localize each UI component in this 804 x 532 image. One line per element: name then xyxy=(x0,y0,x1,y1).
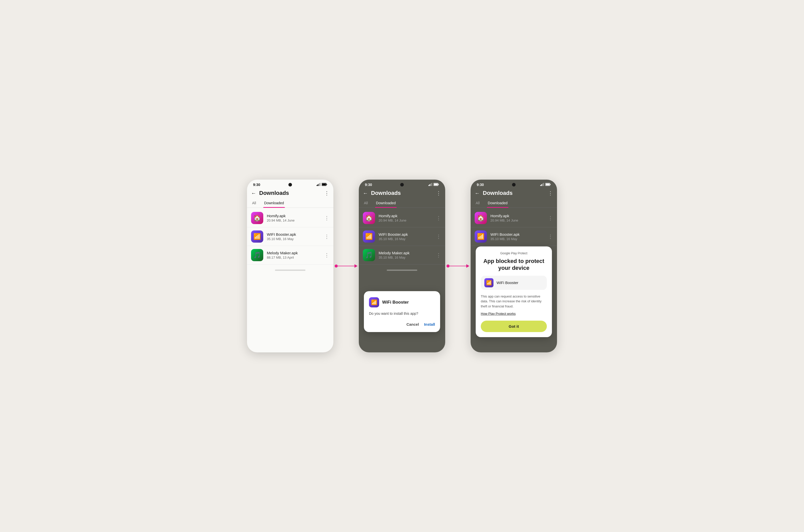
more-button-1[interactable]: ⋮ xyxy=(324,190,329,196)
protect-title: App blocked to protect your device xyxy=(481,258,547,271)
item-info-homify-3: Homify.apk 20.94 MB, 14 June xyxy=(490,214,544,222)
back-button-1[interactable]: ← xyxy=(251,190,256,196)
protect-app-icon: 📶 xyxy=(484,278,493,287)
item-info-homify-2: Homify.apk 20.94 MB, 14 June xyxy=(379,214,432,222)
tabs-2: All Downloaded xyxy=(359,198,445,208)
app-icon-melody-2: 🎵 xyxy=(363,249,375,261)
cancel-button[interactable]: Cancel xyxy=(406,321,419,328)
item-info-wifi-1: WIFI Booster.apk 35.10 MB, 16 May xyxy=(267,232,321,241)
item-name: Homify.apk xyxy=(267,214,321,218)
svg-rect-9 xyxy=(430,184,431,186)
app-icon-wifi-1: 📶 xyxy=(251,230,263,243)
back-button-3[interactable]: ← xyxy=(475,190,480,196)
tab-downloaded-3[interactable]: Downloaded xyxy=(487,198,509,208)
signal-icon xyxy=(428,183,432,187)
item-more-icon[interactable]: ⋮ xyxy=(548,233,553,240)
item-info-homify-1: Homify.apk 20.94 MB, 14 June xyxy=(267,214,321,222)
item-name: WIFI Booster.apk xyxy=(379,232,432,236)
arrow-head-2 xyxy=(466,264,469,268)
home-indicator-1 xyxy=(275,269,305,271)
item-more-icon[interactable]: ⋮ xyxy=(436,252,441,258)
tabs-3: All Downloaded xyxy=(471,198,557,208)
tabs-1: All Downloaded xyxy=(247,198,333,208)
status-bar-3: 9:30 xyxy=(471,179,557,188)
back-button-2[interactable]: ← xyxy=(363,190,368,196)
page-title-1: Downloads xyxy=(259,190,321,196)
status-bar-1: 9:30 xyxy=(247,179,333,188)
got-it-button[interactable]: Got it xyxy=(481,321,547,332)
more-button-3[interactable]: ⋮ xyxy=(548,190,553,196)
dialog-question: Do you want to install this app? xyxy=(369,311,435,316)
app-icon-wifi-2: 📶 xyxy=(363,230,375,243)
svg-rect-13 xyxy=(438,184,439,185)
signal-icon xyxy=(317,183,321,187)
item-info-wifi-2: WIFI Booster.apk 35.10 MB, 16 May xyxy=(379,232,432,241)
time-1: 9:30 xyxy=(253,183,260,187)
home-indicator-2 xyxy=(387,269,417,271)
svg-rect-0 xyxy=(317,185,317,186)
item-more-icon[interactable]: ⋮ xyxy=(548,215,553,221)
tab-all-2[interactable]: All xyxy=(363,198,369,208)
svg-rect-7 xyxy=(428,185,429,186)
list-item: 🏠 Homify.apk 20.94 MB, 14 June ⋮ xyxy=(471,209,557,227)
how-protect-works-link[interactable]: How Play Protect works xyxy=(481,312,547,316)
protect-app-name: WiFi Booster xyxy=(497,281,518,285)
time-3: 9:30 xyxy=(477,183,484,187)
home-indicator-3 xyxy=(499,251,529,252)
tab-all-3[interactable]: All xyxy=(475,198,481,208)
dialog-app-name: WiFi Booster xyxy=(382,300,409,305)
camera-dot-2 xyxy=(400,183,404,187)
battery-icon xyxy=(322,183,327,187)
arrow-line-1 xyxy=(335,264,357,268)
phone-1: 9:30 xyxy=(247,179,333,353)
arrow-dot-2 xyxy=(447,265,450,267)
battery-icon xyxy=(545,183,551,187)
svg-rect-20 xyxy=(550,184,551,185)
item-more-icon[interactable]: ⋮ xyxy=(324,215,329,221)
dialog-app-row: 📶 WiFi Booster xyxy=(369,297,435,307)
protect-app-chip: 📶 WiFi Booster xyxy=(481,276,547,290)
item-more-icon[interactable]: ⋮ xyxy=(436,215,441,221)
svg-rect-3 xyxy=(320,183,320,186)
item-more-icon[interactable]: ⋮ xyxy=(324,233,329,240)
tab-downloaded-2[interactable]: Downloaded xyxy=(375,198,397,208)
item-meta: 20.94 MB, 14 June xyxy=(267,218,321,222)
tab-all-1[interactable]: All xyxy=(251,198,257,208)
arrow-dot-1 xyxy=(335,265,338,267)
more-button-2[interactable]: ⋮ xyxy=(436,190,441,196)
svg-rect-5 xyxy=(322,184,326,185)
app-icon-homify-2: 🏠 xyxy=(363,212,375,224)
svg-rect-17 xyxy=(543,183,544,186)
svg-rect-8 xyxy=(429,184,430,186)
list-item: 📶 WIFI Booster.apk 35.10 MB, 16 May ⋮ xyxy=(359,227,445,246)
svg-rect-10 xyxy=(431,183,432,186)
page-title-2: Downloads xyxy=(371,190,433,196)
arrow-shaft-2 xyxy=(450,266,466,266)
signal-icon xyxy=(540,183,544,187)
item-meta: 35.10 MB, 16 May xyxy=(379,255,432,260)
item-more-icon[interactable]: ⋮ xyxy=(436,233,441,240)
phone-3: 9:30 xyxy=(471,179,557,353)
item-meta: 20.94 MB, 14 June xyxy=(490,218,544,222)
install-dialog: 📶 WiFi Booster Do you want to install th… xyxy=(364,291,440,332)
item-meta: 35.10 MB, 16 May xyxy=(267,237,321,241)
item-meta: 35.10 MB, 16 May xyxy=(379,237,432,241)
arrow-2 xyxy=(445,264,471,268)
status-icons-1 xyxy=(317,183,327,187)
item-name: Homify.apk xyxy=(490,214,544,218)
list-item: 📶 WIFI Booster.apk 35.10 MB, 16 May ⋮ xyxy=(471,227,557,246)
item-info-melody-1: Melody Maker.apk 88.17 MB, 13 April xyxy=(267,251,321,260)
list-item: 📶 WIFI Booster.apk 35.10 MB, 16 May ⋮ xyxy=(247,227,333,246)
item-meta: 88.17 MB, 13 April xyxy=(267,255,321,260)
item-more-icon[interactable]: ⋮ xyxy=(324,252,329,258)
list-item: 🏠 Homify.apk 20.94 MB, 14 June ⋮ xyxy=(359,209,445,227)
protect-dialog-overlay: Google Play Protect App blocked to prote… xyxy=(471,246,557,337)
app-icon-wifi-3: 📶 xyxy=(475,230,487,243)
item-name: Melody Maker.apk xyxy=(379,251,432,255)
page-title-3: Downloads xyxy=(483,190,545,196)
tab-downloaded-1[interactable]: Downloaded xyxy=(263,198,285,208)
install-button[interactable]: Install xyxy=(424,321,435,328)
item-meta: 35.10 MB, 16 May xyxy=(490,237,544,241)
svg-rect-6 xyxy=(326,184,327,185)
app-bar-3: ← Downloads ⋮ xyxy=(471,188,557,198)
